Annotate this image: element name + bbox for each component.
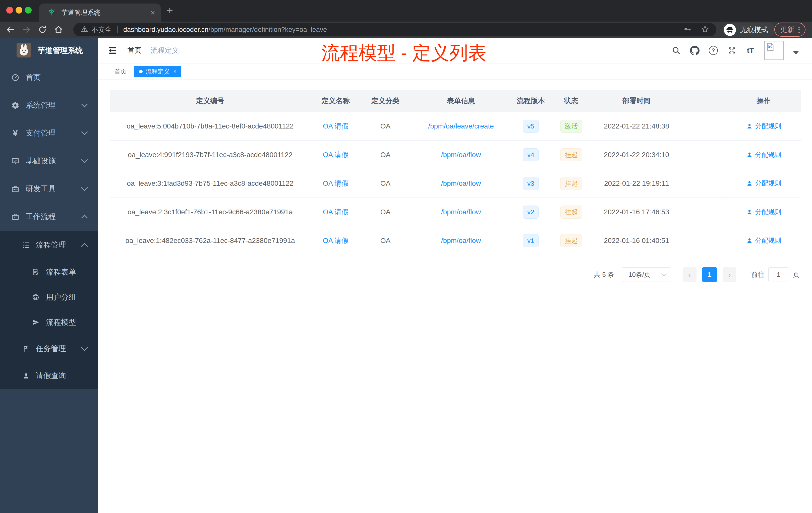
person-icon: [746, 180, 753, 187]
user-avatar[interactable]: [764, 41, 784, 60]
font-size-icon[interactable]: tT: [746, 46, 755, 55]
incognito-badge: 无痕模式: [722, 23, 775, 37]
tag-home[interactable]: 首页: [110, 66, 131, 77]
hamburger-icon[interactable]: [108, 46, 117, 56]
sidebar-item-label: 任务管理: [36, 343, 66, 354]
monitor-icon: [11, 157, 20, 165]
password-key-icon[interactable]: [683, 25, 692, 34]
sidebar-item-infrastructure[interactable]: 基础设施: [0, 147, 98, 175]
form-link[interactable]: /bpm/oa/leave/create: [428, 122, 494, 130]
browser-update-button[interactable]: 更新: [774, 23, 806, 37]
browser-menu-icon[interactable]: [799, 27, 800, 33]
person-icon: [746, 152, 753, 158]
fullscreen-icon[interactable]: [727, 46, 737, 55]
back-icon[interactable]: [5, 25, 15, 34]
chevron-down-icon: [661, 271, 666, 276]
sidebar-item-dev-tools[interactable]: 研发工具: [0, 175, 98, 203]
form-link[interactable]: /bpm/oa/flow: [441, 208, 481, 216]
close-window-button[interactable]: [6, 7, 13, 13]
assign-rule-button[interactable]: 分配规则: [746, 208, 781, 216]
sidebar-item-user-group[interactable]: 用户分组: [0, 284, 98, 310]
form-link[interactable]: /bpm/oa/flow: [441, 179, 481, 187]
deploy-time: 2022-01-16 01:40:51: [593, 227, 680, 255]
next-page-button[interactable]: ›: [723, 267, 736, 282]
col-gap: [680, 141, 726, 169]
page-number-button[interactable]: 1: [702, 267, 717, 282]
forward-icon[interactable]: [22, 25, 31, 34]
maximize-window-button[interactable]: [25, 7, 32, 13]
address-bar[interactable]: 不安全 dashboard.yudao.iocoder.cn/bpm/manag…: [73, 23, 716, 36]
breadcrumb-home[interactable]: 首页: [127, 46, 142, 55]
navbar-actions: ? tT: [671, 38, 799, 63]
table-row: oa_leave:3:1fad3d93-7b75-11ec-a3c8-acde4…: [110, 169, 801, 198]
sidebar-item-label: 支付管理: [26, 128, 56, 138]
status-badge: 挂起: [560, 234, 582, 247]
sidebar-item-task-management[interactable]: 任务管理: [0, 335, 98, 363]
sidebar-item-label: 工作流程: [26, 212, 56, 222]
table-row: oa_leave:5:004b710b-7b8a-11ec-8ef0-acde4…: [110, 112, 801, 141]
deploy-time: 2022-01-22 21:48:38: [593, 112, 680, 140]
form-link[interactable]: /bpm/oa/flow: [441, 237, 481, 245]
minimize-window-button[interactable]: [16, 7, 22, 13]
github-icon[interactable]: [690, 46, 699, 55]
tree-list-icon: [22, 241, 30, 249]
definition-id: oa_leave:1:482ec033-762a-11ec-8477-a2380…: [110, 227, 311, 255]
col-header: 流程版本: [512, 90, 550, 112]
goto-label: 前往: [751, 270, 764, 279]
tab-close-icon[interactable]: ×: [150, 8, 155, 17]
tag-process-definition[interactable]: 流程定义 ×: [134, 66, 181, 77]
col-gap: [680, 198, 726, 226]
top-navbar: 首页 流程定义 流程模型 - 定义列表 ? tT: [98, 38, 812, 63]
sidebar-item-process-form[interactable]: 流程表单: [0, 260, 98, 284]
sidebar-item-home[interactable]: 首页: [0, 63, 98, 91]
col-header: 表单信息: [410, 90, 512, 112]
reload-icon[interactable]: [38, 25, 47, 34]
definition-name-link[interactable]: OA 请假: [323, 207, 349, 217]
deploy-time: 2022-01-22 20:34:10: [593, 141, 680, 169]
breadcrumb: 首页 流程定义: [127, 38, 179, 63]
sidebar-logo[interactable]: 芋道管理系统: [0, 38, 98, 63]
sidebar: 芋道管理系统 首页 系统管理 ¥ 支付管理: [0, 38, 98, 513]
app-title: 芋道管理系统: [38, 46, 83, 56]
col-gap: [680, 112, 726, 140]
screen: 芋道管理系统 × + 不安全 dashboard.yudao.iocoder.c…: [0, 0, 812, 513]
definition-name-link[interactable]: OA 请假: [323, 179, 349, 188]
assign-rule-button[interactable]: 分配规则: [746, 236, 781, 245]
active-dot: [139, 70, 143, 73]
sidebar-item-label: 流程模型: [46, 317, 76, 328]
definition-name-link[interactable]: OA 请假: [323, 236, 349, 245]
definition-name-link[interactable]: OA 请假: [323, 150, 349, 160]
form-link[interactable]: /bpm/oa/flow: [441, 151, 481, 159]
tag-close-icon[interactable]: ×: [173, 68, 176, 75]
chevron-down-icon: [81, 101, 88, 108]
browser-tab[interactable]: 芋道管理系统 ×: [39, 3, 161, 22]
definition-name-link[interactable]: OA 请假: [323, 121, 349, 131]
security-warning-icon[interactable]: [80, 25, 88, 34]
new-tab-button[interactable]: +: [164, 4, 176, 17]
prev-page-button[interactable]: ‹: [683, 267, 696, 282]
update-label[interactable]: 更新: [780, 25, 794, 34]
sidebar-item-process-model[interactable]: 流程模型: [0, 310, 98, 335]
table-row: oa_leave:4:991f2193-7b7f-11ec-a3c8-acde4…: [110, 141, 801, 169]
flag-icon: [22, 344, 30, 353]
search-icon[interactable]: [671, 46, 681, 55]
content-area: 定义编号 定义名称 定义分类 表单信息 流程版本 状态 部署时间 操作 oa_l…: [98, 80, 812, 513]
avatar-caret-icon[interactable]: [793, 51, 799, 55]
status-badge: 挂起: [560, 177, 582, 190]
goto-page-input[interactable]: [768, 267, 789, 282]
help-icon[interactable]: ?: [708, 46, 718, 55]
sidebar-item-leave-query[interactable]: 请假查询: [0, 363, 98, 389]
home-icon[interactable]: [54, 25, 63, 34]
favicon-seedling-icon: [48, 8, 56, 17]
assign-rule-button[interactable]: 分配规则: [746, 150, 781, 159]
sidebar-item-process-management[interactable]: 流程管理: [0, 231, 98, 260]
sidebar-item-payment[interactable]: ¥ 支付管理: [0, 119, 98, 147]
assign-rule-button[interactable]: 分配规则: [746, 179, 781, 188]
sidebar-item-system[interactable]: 系统管理: [0, 91, 98, 119]
page-size-select[interactable]: 10条/页: [622, 267, 671, 282]
bookmark-star-icon[interactable]: [701, 25, 709, 34]
sidebar-item-workflow[interactable]: 工作流程: [0, 203, 98, 231]
definition-id: oa_leave:5:004b710b-7b8a-11ec-8ef0-acde4…: [110, 112, 311, 140]
toolbox-icon: [11, 185, 20, 193]
assign-rule-button[interactable]: 分配规则: [746, 122, 781, 130]
